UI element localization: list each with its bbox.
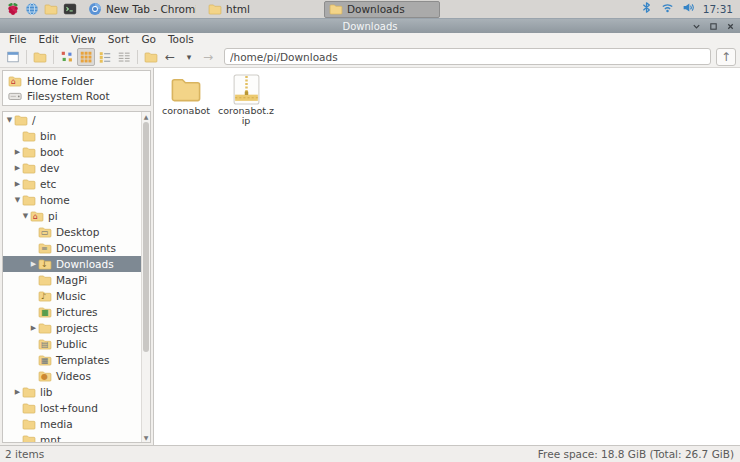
tree-item-label: Music [56,290,86,302]
taskbar-tasks: New Tab - ChromiumhtmlDownloads [80,1,440,18]
tree-item-magpi[interactable]: MagPi [3,272,141,288]
close-button[interactable] [725,21,735,31]
folder-videos-icon: ● [38,369,52,383]
expander-open-icon[interactable]: ▼ [21,212,30,220]
folder-pictures-icon: ■ [38,305,52,319]
expander-open-icon[interactable]: ▼ [5,116,14,124]
tree-item-pictures[interactable]: ■Pictures [3,304,141,320]
terminal-launcher[interactable] [61,1,78,18]
tree-item-desktop[interactable]: ▭Desktop [3,224,141,240]
menu-button[interactable] [4,1,21,18]
tree-item--[interactable]: ▼/ [3,112,141,128]
tree-item-music[interactable]: ♪Music [3,288,141,304]
scroll-up-icon[interactable]: ▲ [142,112,150,121]
tray-icons [640,1,696,18]
free-space: Free space: 18.8 GiB (Total: 26.7 GiB) [538,448,740,460]
task-button-downloads[interactable]: Downloads [324,1,440,18]
file-view[interactable]: coronabotcoronabot.zip [154,68,740,445]
scrollbar-thumb[interactable] [143,122,149,352]
tree-item-projects[interactable]: ▶projects [3,320,141,336]
window-titlebar[interactable]: Downloads [0,19,740,33]
menu-file[interactable]: File [3,33,33,46]
menu-sort[interactable]: Sort [102,33,136,46]
tree-item-home[interactable]: ▼home [3,192,141,208]
folder-templates-icon: ▦ [38,353,52,367]
tree-item-downloads[interactable]: ▶↓Downloads [3,256,141,272]
expander-open-icon[interactable]: ▼ [13,196,22,204]
back-button[interactable]: ← [161,48,179,66]
tree-item-public[interactable]: ▤Public [3,336,141,352]
window-title: Downloads [0,21,740,32]
place-home-folder[interactable]: ⌂Home Folder [3,73,150,88]
task-button-new-tab-chromium[interactable]: New Tab - Chromium [84,1,200,18]
expander-closed-icon[interactable]: ▶ [13,164,22,172]
expander-closed-icon[interactable]: ▶ [13,180,22,188]
tree-item-boot[interactable]: ▶boot [3,144,141,160]
expander-closed-icon[interactable]: ▶ [13,148,22,156]
tree-item-pi[interactable]: ▼⌂pi [3,208,141,224]
home-button[interactable] [142,48,160,66]
file-manager-launcher[interactable] [42,1,59,18]
folder-icon [22,385,36,399]
tree-item-templates[interactable]: ▦Templates [3,352,141,368]
tree-item-label: media [40,418,73,430]
menu-edit[interactable]: Edit [33,33,65,46]
new-window-button[interactable] [4,48,22,66]
tree-item-label: Templates [56,354,109,366]
folder-icon [38,273,52,287]
task-label: html [226,3,250,15]
forward-button[interactable]: → [199,48,217,66]
folder-documents-icon: ≡ [38,241,52,255]
maximize-button[interactable] [708,21,718,31]
new-tab-button[interactable] [31,48,49,66]
bluetooth-indicator[interactable] [640,1,654,18]
tree-item-lib[interactable]: ▶lib [3,384,141,400]
file-item-coronabot[interactable]: coronabot [157,72,215,116]
up-directory-button[interactable]: ↑ [716,48,736,66]
thumbnail-view-icon [79,50,93,64]
tree-scrollbar[interactable]: ▲ ▼ [141,112,150,442]
expander-closed-icon[interactable]: ▶ [13,388,22,396]
statusbar: 2 items Free space: 18.8 GiB (Total: 26.… [0,445,740,462]
tree-item-documents[interactable]: ≡Documents [3,240,141,256]
menu-view[interactable]: View [65,33,102,46]
volume-indicator[interactable] [682,1,696,18]
tree-item-dev[interactable]: ▶dev [3,160,141,176]
expander-closed-icon[interactable]: ▶ [29,260,38,268]
compact-view-button[interactable] [115,48,133,66]
expander-closed-icon[interactable]: ▶ [29,324,38,332]
tree-item-etc[interactable]: ▶etc [3,176,141,192]
folder-desktop-icon: ▭ [38,225,52,239]
folder-icon [22,177,36,191]
wifi-indicator[interactable] [661,1,675,18]
place-filesystem-root[interactable]: Filesystem Root [3,88,150,103]
raspberry-icon [6,2,20,16]
scroll-down-icon[interactable]: ▼ [142,433,150,442]
tree-item-label: Pictures [56,306,98,318]
folder-icon [22,161,36,175]
tree-item-label: projects [56,322,98,334]
tree-item-media[interactable]: media [3,416,141,432]
file-item-coronabot-zip[interactable]: coronabot.zip [217,72,275,126]
tree-item-mnt[interactable]: mnt [3,432,141,443]
zip-archive-icon [233,72,260,106]
tree-item-bin[interactable]: bin [3,128,141,144]
forward-button-icon: → [203,48,213,66]
tree-item-videos[interactable]: ●Videos [3,368,141,384]
folder-icon [44,2,58,16]
volume-icon [682,1,696,15]
thumbnail-view-button[interactable] [77,48,95,66]
task-button-html[interactable]: html [204,1,320,18]
history-dropdown-button[interactable]: ▾ [180,48,198,66]
list-view-button[interactable] [96,48,114,66]
tree-item-label: boot [40,146,64,158]
folder-large-icon [170,72,202,106]
minimize-button[interactable] [691,21,701,31]
menu-tools[interactable]: Tools [162,33,200,46]
menu-go[interactable]: Go [135,33,162,46]
close-icon [726,22,735,31]
tree-item-lost-found[interactable]: lost+found [3,400,141,416]
web-browser-launcher[interactable] [23,1,40,18]
icon-view-button[interactable] [58,48,76,66]
address-bar[interactable] [224,48,711,65]
